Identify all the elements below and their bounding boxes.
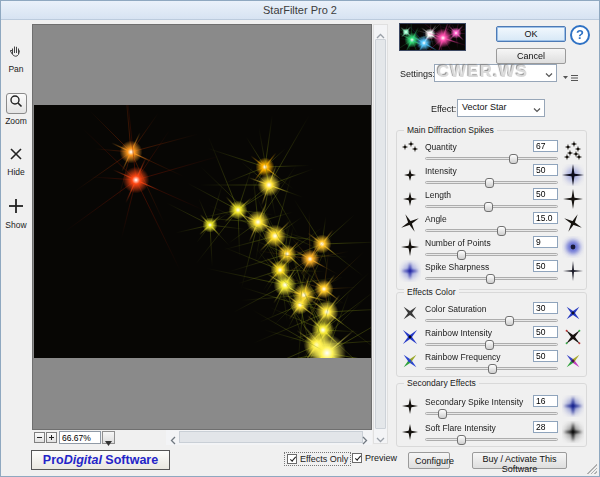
preview-canvas (34, 105, 371, 358)
rainbow-intensity-slider[interactable] (425, 340, 558, 350)
effect-dropdown[interactable]: Vector Star (457, 99, 545, 117)
points-high-icon (562, 236, 584, 258)
show-tool[interactable]: Show (1, 198, 31, 230)
color-saturation-row: Color Saturation (397, 302, 586, 326)
settings-menu-button[interactable] (563, 69, 579, 79)
soft-flare-input[interactable] (533, 421, 558, 433)
quantity-row: Quantity (397, 140, 586, 164)
slider-thumb[interactable] (505, 316, 514, 326)
zoom-out-button[interactable] (34, 432, 45, 443)
slider-thumb[interactable] (484, 202, 493, 212)
logo-text2: Software (105, 453, 158, 467)
sharpness-input[interactable] (533, 260, 558, 272)
cancel-button[interactable]: Cancel (496, 48, 566, 64)
zoom-level-input[interactable] (59, 431, 101, 444)
hide-tool[interactable]: Hide (1, 147, 31, 177)
horizontal-scrollbar[interactable] (166, 430, 372, 445)
ok-button[interactable]: OK (496, 26, 566, 42)
sharpness-high-icon (562, 260, 584, 282)
rainbow-frequency-low-icon (399, 350, 421, 372)
rainbow-intensity-high-icon (562, 326, 584, 348)
main-diffraction-spikes-group: Main Diffraction Spikes Quantity Intensi… (396, 130, 587, 290)
soft-flare-slider[interactable] (425, 435, 558, 445)
secondary-spike-high-icon (562, 395, 584, 417)
zoom-dropdown-button[interactable] (102, 431, 115, 444)
length-high-icon (562, 188, 584, 210)
effects-only-label: Effects Only (300, 454, 348, 464)
group-title: Secondary Effects (404, 378, 479, 388)
slider-thumb[interactable] (497, 226, 506, 236)
prodigital-logo: ProDigital Software (31, 450, 170, 470)
rainbow-intensity-row: Rainbow Intensity (397, 326, 586, 350)
question-mark-icon: ? (576, 27, 584, 42)
effect-label: Effect: (431, 104, 456, 114)
sharpness-slider[interactable] (425, 274, 558, 284)
configure-button[interactable]: Configure (408, 452, 450, 469)
scroll-left-icon[interactable] (167, 431, 179, 444)
intensity-label: Intensity (425, 164, 457, 177)
logo-text: Pro (43, 453, 64, 467)
scroll-right-icon[interactable] (359, 431, 371, 444)
scroll-down-icon[interactable] (374, 429, 387, 442)
help-button[interactable]: ? (570, 25, 590, 45)
slider-thumb[interactable] (485, 340, 494, 350)
slider-thumb[interactable] (486, 274, 495, 284)
menu-icon (563, 73, 579, 83)
slider-thumb[interactable] (457, 435, 466, 445)
soft-flare-high-icon (562, 421, 584, 443)
saturation-slider[interactable] (425, 316, 558, 326)
group-title: Effects Color (404, 287, 459, 297)
scroll-up-icon[interactable] (374, 26, 387, 39)
quantity-slider[interactable] (425, 154, 558, 164)
preview-checkbox[interactable]: Preview (352, 453, 397, 463)
settings-label: Settings: (400, 69, 435, 79)
hide-label: Hide (1, 167, 31, 177)
slider-thumb[interactable] (485, 178, 494, 188)
secondary-spike-low-icon (399, 395, 421, 417)
soft-flare-label: Soft Flare Intensity (425, 421, 496, 434)
secondary-spike-slider[interactable] (425, 409, 558, 419)
intensity-input[interactable] (533, 164, 558, 176)
secondary-spike-label: Secondary Spike Intensity (425, 395, 523, 408)
angle-low-icon (399, 212, 421, 234)
group-title: Main Diffraction Spikes (404, 125, 497, 135)
rainbow-intensity-input[interactable] (533, 326, 558, 338)
length-slider[interactable] (425, 202, 558, 212)
quantity-input[interactable] (533, 140, 558, 152)
saturation-input[interactable] (533, 302, 558, 314)
zoom-in-button[interactable] (46, 432, 57, 443)
settings-dropdown[interactable] (434, 64, 557, 82)
soft-flare-low-icon (399, 421, 421, 443)
length-input[interactable] (533, 188, 558, 200)
rainbow-frequency-row: Rainbow Frequency (397, 350, 586, 374)
angle-input[interactable] (533, 212, 558, 224)
rainbow-frequency-input[interactable] (533, 350, 558, 362)
resize-grip[interactable] (585, 462, 597, 474)
vertical-scroll-thumb[interactable] (375, 39, 386, 429)
angle-slider[interactable] (425, 226, 558, 236)
points-slider[interactable] (425, 250, 558, 260)
chevron-down-icon (545, 70, 553, 80)
slider-thumb[interactable] (488, 364, 497, 374)
intensity-high-icon (562, 164, 584, 186)
effects-color-group: Effects Color Color Saturation Rainbow I… (396, 292, 587, 377)
pan-tool[interactable]: Pan (1, 42, 31, 74)
points-input[interactable] (533, 236, 558, 248)
vertical-scrollbar[interactable] (373, 24, 388, 444)
preview-viewport[interactable] (32, 24, 372, 430)
length-label: Length (425, 188, 451, 201)
effect-thumbnail (399, 23, 466, 51)
slider-thumb[interactable] (457, 250, 466, 260)
rainbow-frequency-slider[interactable] (425, 364, 558, 374)
angle-high-icon (562, 212, 584, 234)
secondary-spike-input[interactable] (533, 395, 558, 407)
pan-label: Pan (1, 64, 31, 74)
zoom-tool[interactable]: Zoom (1, 93, 31, 126)
quantity-label: Quantity (425, 140, 457, 153)
effects-only-checkbox[interactable]: Effects Only (285, 453, 350, 465)
slider-thumb[interactable] (438, 409, 447, 419)
intensity-slider[interactable] (425, 178, 558, 188)
slider-thumb[interactable] (509, 154, 518, 164)
buy-activate-button[interactable]: Buy / Activate This Software (472, 452, 567, 469)
horizontal-scroll-thumb[interactable] (179, 431, 363, 443)
